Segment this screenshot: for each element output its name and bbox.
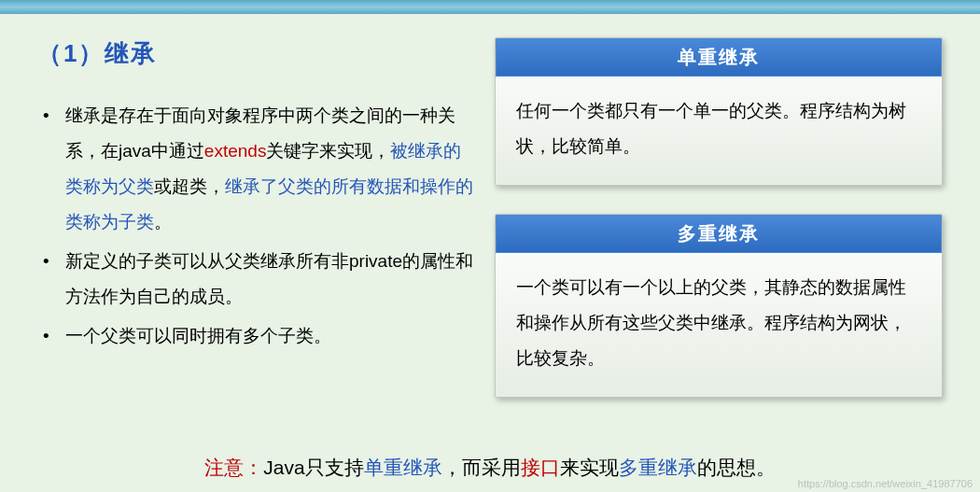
watermark-text: https://blog.csdn.net/weixin_41987706 — [798, 478, 973, 489]
bullet1-part3: 或超类， — [154, 176, 225, 196]
card-single-inheritance: 单重继承 任何一个类都只有一个单一的父类。程序结构为树状，比较简单。 — [495, 37, 943, 186]
bullet-list: 继承是存在于面向对象程序中两个类之间的一种关系，在java中通过extends关… — [37, 98, 476, 354]
bullet1-part4: 。 — [154, 212, 172, 232]
footer-text8: 的思想。 — [697, 457, 776, 478]
footer-text6: 来实现 — [560, 457, 619, 478]
top-edge-bar — [0, 0, 980, 14]
page-title: （1）继承 — [37, 37, 476, 70]
list-item: 新定义的子类可以从父类继承所有非private的属性和方法作为自己的成员。 — [37, 244, 476, 315]
list-item: 继承是存在于面向对象程序中两个类之间的一种关系，在java中通过extends关… — [37, 98, 476, 240]
footer-note: 注意：Java只支持单重继承，而采用接口来实现多重继承的思想。 — [0, 455, 980, 481]
card-single-header: 单重继承 — [496, 38, 942, 77]
bullet1-part2: 关键字来实现， — [266, 141, 390, 161]
main-content: （1）继承 继承是存在于面向对象程序中两个类之间的一种关系，在java中通过ex… — [0, 14, 980, 425]
footer-attention: 注意： — [204, 457, 263, 478]
footer-multi: 多重继承 — [619, 457, 697, 478]
card-single-body: 任何一个类都只有一个单一的父类。程序结构为树状，比较简单。 — [496, 77, 942, 185]
card-multi-header: 多重继承 — [496, 215, 942, 253]
card-multiple-inheritance: 多重继承 一个类可以有一个以上的父类，其静态的数据属性和操作从所有这些父类中继承… — [495, 214, 943, 398]
list-item: 一个父类可以同时拥有多个子类。 — [37, 318, 476, 354]
footer-interface: 接口 — [521, 457, 560, 478]
card-multi-body: 一个类可以有一个以上的父类，其静态的数据属性和操作从所有这些父类中继承。程序结构… — [496, 253, 942, 397]
bullet3-text: 一个父类可以同时拥有多个子类。 — [65, 326, 331, 345]
bullet1-keyword-extends: extends — [204, 141, 267, 161]
footer-single: 单重继承 — [364, 457, 442, 478]
footer-text2: Java只支持 — [263, 457, 363, 478]
footer-text4: ，而采用 — [442, 457, 521, 478]
right-panel: 单重继承 任何一个类都只有一个单一的父类。程序结构为树状，比较简单。 多重继承 … — [495, 37, 943, 425]
left-panel: （1）继承 继承是存在于面向对象程序中两个类之间的一种关系，在java中通过ex… — [37, 37, 495, 425]
bullet2-text: 新定义的子类可以从父类继承所有非private的属性和方法作为自己的成员。 — [65, 251, 473, 306]
